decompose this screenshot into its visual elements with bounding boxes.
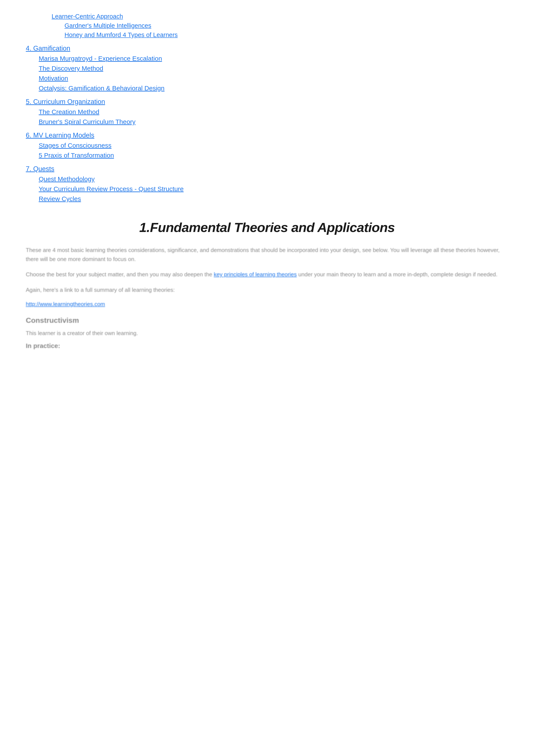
toc-item-gardner: Gardner's Multiple Intelligences (26, 22, 508, 29)
toc-item-review-cycles: Review Cycles (26, 195, 508, 202)
toc-link-bruner[interactable]: Bruner's Spiral Curriculum Theory (39, 118, 136, 125)
toc-group-mv-learning: 6. MV Learning Models Stages of Consciou… (26, 131, 508, 159)
toc-link-praxis[interactable]: 5 Praxis of Transformation (39, 152, 114, 159)
toc-link-stages-consciousness[interactable]: Stages of Consciousness (39, 142, 112, 149)
toc-link-motivation[interactable]: Motivation (39, 75, 68, 82)
toc-link-mv-learning[interactable]: 6. MV Learning Models (26, 131, 94, 139)
toc-item-octalysis: Octalysis: Gamification & Behavioral Des… (26, 85, 508, 92)
toc-group-intro: Learner-Centric Approach Gardner's Multi… (26, 13, 508, 39)
table-of-contents: Learner-Centric Approach Gardner's Multi… (26, 13, 508, 202)
toc-link-review-cycles[interactable]: Review Cycles (39, 195, 81, 202)
toc-item-mv-learning: 6. MV Learning Models (26, 131, 508, 139)
toc-link-gamification[interactable]: 4. Gamification (26, 44, 70, 52)
toc-item-motivation: Motivation (26, 75, 508, 82)
toc-item-discovery: The Discovery Method (26, 65, 508, 72)
body-paragraph-1: These are 4 most basic learning theories… (26, 246, 508, 264)
toc-link-marisa[interactable]: Marisa Murgatroyd - Experience Escalatio… (39, 55, 162, 62)
constructivism-paragraph: This learner is a creator of their own l… (26, 329, 508, 338)
main-content-section: 1.Fundamental Theories and Applications (26, 220, 508, 235)
inline-link-key-principles[interactable]: key principles of learning theories (214, 271, 297, 278)
toc-link-learner-centric[interactable]: Learner-Centric Approach (52, 13, 123, 20)
constructivism-heading: Constructivism (26, 316, 508, 325)
toc-item-praxis: 5 Praxis of Transformation (26, 152, 508, 159)
body-paragraph-3: Again, here's a link to a full summary o… (26, 285, 508, 295)
toc-item-quest-methodology: Quest Methodology (26, 176, 508, 183)
toc-item-honey-mumford: Honey and Mumford 4 Types of Learners (26, 31, 508, 39)
toc-item-learner-centric: Learner-Centric Approach (26, 13, 508, 20)
toc-link-curriculum-org[interactable]: 5. Curriculum Organization (26, 98, 105, 105)
toc-group-gamification: 4. Gamification Marisa Murgatroyd - Expe… (26, 44, 508, 92)
body-paragraph-2-text-end: under your main theory to learn and a mo… (297, 271, 497, 278)
toc-item-stages-consciousness: Stages of Consciousness (26, 142, 508, 149)
toc-link-quest-methodology[interactable]: Quest Methodology (39, 176, 94, 182)
toc-item-bruner: Bruner's Spiral Curriculum Theory (26, 118, 508, 125)
toc-link-curriculum-review[interactable]: Your Curriculum Review Process - Quest S… (39, 185, 184, 192)
toc-item-curriculum-org: 5. Curriculum Organization (26, 98, 508, 106)
toc-link-honey-mumford[interactable]: Honey and Mumford 4 Types of Learners (64, 31, 178, 38)
in-practice-label: In practice: (26, 342, 508, 349)
toc-link-octalysis[interactable]: Octalysis: Gamification & Behavioral Des… (39, 85, 165, 92)
toc-item-curriculum-review: Your Curriculum Review Process - Quest S… (26, 185, 508, 193)
toc-group-curriculum-org: 5. Curriculum Organization The Creation … (26, 98, 508, 125)
main-heading: 1.Fundamental Theories and Applications (139, 220, 395, 235)
toc-link-quests[interactable]: 7. Quests (26, 165, 54, 173)
toc-link-discovery[interactable]: The Discovery Method (39, 65, 103, 72)
body-paragraph-2: Choose the best for your subject matter,… (26, 270, 508, 279)
body-paragraph-2-text: Choose the best for your subject matter,… (26, 271, 214, 278)
toc-group-quests: 7. Quests Quest Methodology Your Curricu… (26, 165, 508, 202)
toc-item-quests: 7. Quests (26, 165, 508, 173)
toc-item-gamification: 4. Gamification (26, 44, 508, 52)
toc-link-gardner[interactable]: Gardner's Multiple Intelligences (64, 22, 151, 29)
learning-theories-link[interactable]: http://www.learningtheories.com (26, 301, 508, 308)
toc-item-creation-method: The Creation Method (26, 108, 508, 116)
body-text-section: These are 4 most basic learning theories… (26, 246, 508, 308)
toc-item-marisa: Marisa Murgatroyd - Experience Escalatio… (26, 55, 508, 62)
toc-link-creation-method[interactable]: The Creation Method (39, 108, 99, 115)
constructivism-section: Constructivism This learner is a creator… (26, 316, 508, 349)
